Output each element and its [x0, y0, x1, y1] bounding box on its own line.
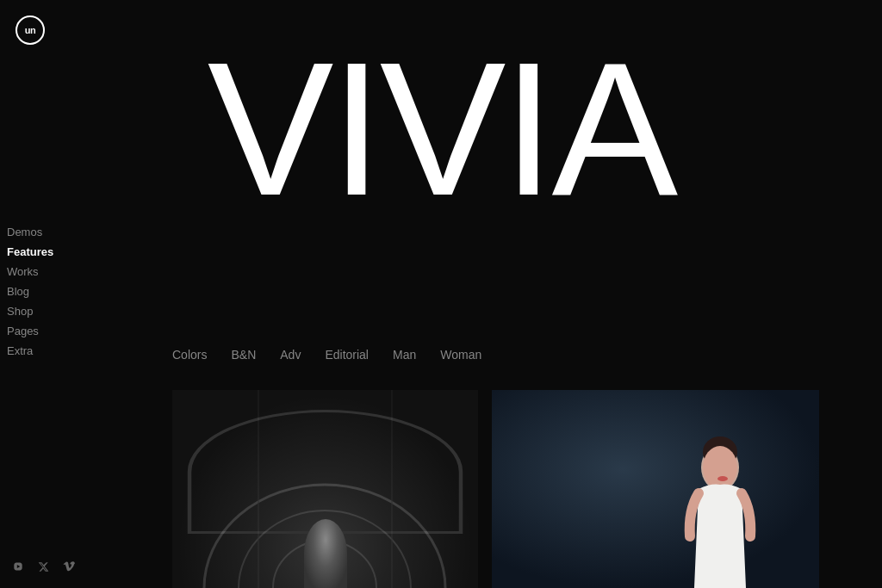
svg-rect-8	[492, 390, 819, 588]
logo-text: un	[25, 25, 35, 35]
svg-point-12	[717, 476, 728, 481]
site-title: VIVIA	[0, 34, 882, 224]
sidebar-nav: Demos Features Works Blog Shop Pages Ext…	[0, 224, 53, 359]
svg-rect-0	[172, 390, 478, 588]
svg-point-6	[309, 539, 340, 577]
sidebar-item-works[interactable]: Works	[7, 263, 53, 280]
vimeo-icon[interactable]	[63, 560, 75, 573]
logo-circle[interactable]: un	[16, 15, 45, 45]
youtube-icon[interactable]	[12, 560, 24, 573]
sidebar-item-features[interactable]: Features	[7, 244, 53, 260]
sidebar-item-demos[interactable]: Demos	[7, 224, 53, 240]
image-card-right[interactable]	[492, 390, 819, 588]
sidebar-item-shop[interactable]: Shop	[7, 303, 53, 319]
twitter-x-icon[interactable]	[38, 561, 49, 573]
sidebar-item-pages[interactable]: Pages	[7, 323, 53, 339]
filter-colors[interactable]: Colors	[172, 348, 207, 362]
photo-architectural	[172, 390, 478, 588]
social-icons	[12, 560, 75, 573]
image-card-left[interactable]	[172, 390, 478, 588]
sidebar-item-extra[interactable]: Extra	[7, 343, 53, 359]
filter-adv[interactable]: Adv	[280, 348, 301, 362]
filter-man[interactable]: Man	[393, 348, 416, 362]
sidebar-item-blog[interactable]: Blog	[7, 283, 53, 300]
filter-nav: Colors B&N Adv Editorial Man Woman	[172, 348, 481, 362]
svg-rect-7	[312, 571, 338, 588]
filter-editorial[interactable]: Editorial	[325, 348, 369, 362]
filter-bn[interactable]: B&N	[231, 348, 256, 362]
image-grid	[172, 390, 882, 588]
filter-woman[interactable]: Woman	[440, 348, 481, 362]
photo-woman	[492, 390, 819, 588]
svg-point-11	[703, 446, 737, 489]
logo[interactable]: un	[16, 15, 45, 45]
